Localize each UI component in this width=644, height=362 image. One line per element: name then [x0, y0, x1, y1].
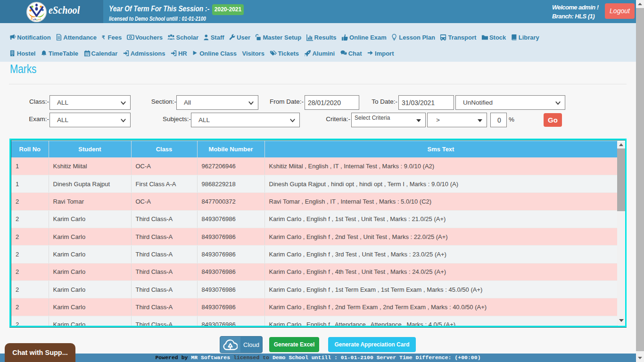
svg-text:l: l: [40, 17, 41, 21]
svg-text:₹: ₹: [102, 35, 105, 40]
